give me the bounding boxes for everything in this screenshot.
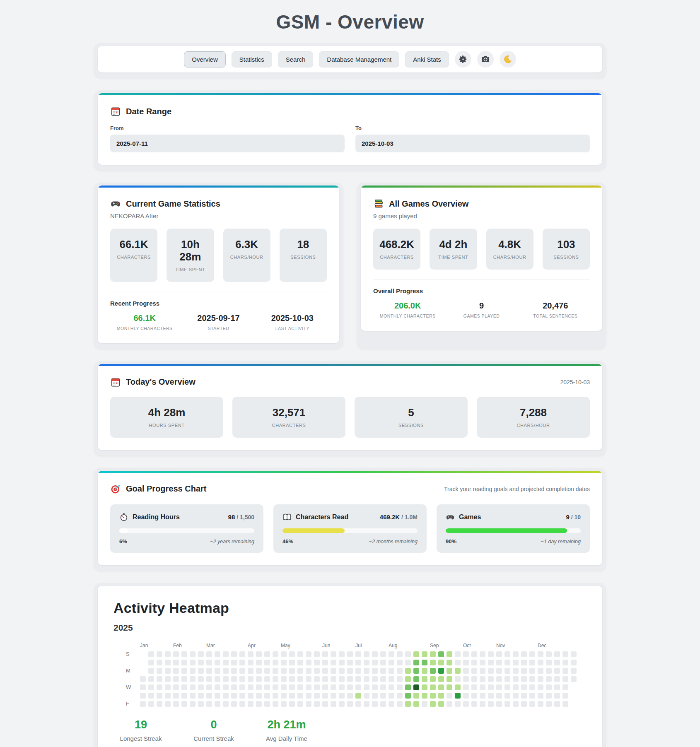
heatmap-cell bbox=[231, 676, 237, 682]
to-label: To bbox=[355, 125, 590, 131]
heatmap-cell bbox=[181, 651, 187, 657]
heatmap-cell bbox=[496, 668, 502, 674]
heatmap-cell bbox=[430, 651, 436, 657]
day-label: M bbox=[126, 668, 130, 674]
heatmap-cell bbox=[488, 701, 494, 707]
goals-subtitle: Track your reading goals and projected c… bbox=[444, 486, 590, 492]
settings-button[interactable] bbox=[455, 51, 471, 67]
heatmap-stat-label: Avg Daily Time bbox=[259, 735, 314, 742]
heatmap-cell bbox=[181, 660, 187, 665]
goal-name: Games bbox=[459, 513, 481, 521]
heatmap-cell bbox=[165, 701, 171, 707]
heatmap-cell bbox=[140, 693, 146, 699]
heatmap-cell bbox=[148, 676, 154, 682]
goal-remaining: ~2 years remaining bbox=[210, 539, 254, 545]
today-card: Today's Overview 2025-10-03 4h 28mHOURS … bbox=[98, 364, 602, 450]
heatmap-cell bbox=[248, 684, 253, 690]
heatmap-cell bbox=[571, 676, 577, 682]
stat-tile: 7,288CHARS/HOUR bbox=[477, 397, 590, 438]
heatmap-stats: 19Longest Streak0Current Streak2h 21mAvg… bbox=[113, 718, 587, 742]
heatmap-cell bbox=[488, 684, 494, 690]
heatmap-cell bbox=[339, 660, 345, 665]
heatmap-cell bbox=[521, 651, 527, 657]
from-date-input[interactable] bbox=[110, 135, 345, 152]
heatmap-cell bbox=[496, 676, 502, 682]
month-label: Jul bbox=[355, 643, 362, 648]
heatmap-cell bbox=[455, 684, 461, 690]
heatmap-cell bbox=[223, 651, 229, 657]
heatmap-cell bbox=[181, 668, 187, 674]
heatmap-cell bbox=[463, 701, 469, 707]
heatmap-cell bbox=[447, 668, 452, 674]
heatmap-cell bbox=[347, 668, 353, 674]
heatmap-cell bbox=[215, 701, 220, 707]
heatmap-cell bbox=[165, 651, 171, 657]
heatmap-cell bbox=[314, 676, 320, 682]
progress-label: MONTHLY CHARACTERS bbox=[373, 313, 442, 318]
heatmap-cell bbox=[306, 668, 311, 674]
heatmap-cell bbox=[422, 660, 427, 665]
heatmap-cell bbox=[389, 701, 394, 707]
progress-item: 9GAMES PLAYED bbox=[447, 301, 516, 318]
goal-values: 469.2K / 1.0M bbox=[380, 513, 418, 520]
heatmap-cell bbox=[289, 668, 295, 674]
nav-bar: OverviewStatisticsSearchDatabase Managem… bbox=[98, 46, 602, 72]
today-title: Today's Overview bbox=[126, 377, 196, 387]
heatmap-cell bbox=[422, 676, 427, 682]
goal-cards: Reading Hours98 / 1,5006%~2 years remain… bbox=[110, 504, 590, 553]
heatmap-cell bbox=[397, 651, 403, 657]
stat-label: SESSIONS bbox=[358, 423, 464, 428]
stat-tile: 18SESSIONS bbox=[280, 229, 327, 282]
heatmap-cell bbox=[463, 651, 469, 657]
heatmap-cell bbox=[546, 684, 552, 690]
nav-tab-overview[interactable]: Overview bbox=[184, 51, 226, 67]
current-game-card: Current Game Statistics NEKOPARA After 6… bbox=[98, 186, 339, 343]
screenshot-button[interactable] bbox=[477, 51, 494, 67]
heatmap-cell bbox=[231, 668, 237, 674]
heatmap-cell bbox=[157, 693, 162, 699]
heatmap-cell bbox=[181, 684, 187, 690]
heatmap-cell bbox=[322, 668, 328, 674]
nav-shell: OverviewStatisticsSearchDatabase Managem… bbox=[94, 43, 606, 78]
stat-tile: 32,571CHARACTERS bbox=[232, 397, 345, 438]
nav-tab-search[interactable]: Search bbox=[278, 51, 314, 67]
month-label: Jan bbox=[140, 643, 148, 648]
heatmap-cell bbox=[455, 651, 461, 657]
heatmap-cell bbox=[148, 651, 154, 657]
heatmap-cell bbox=[347, 701, 353, 707]
heatmap-cell bbox=[480, 701, 485, 707]
heatmap-cell bbox=[496, 660, 502, 665]
heatmap-cell bbox=[430, 676, 436, 682]
heatmap-cell bbox=[405, 693, 411, 699]
heatmap-cell bbox=[173, 684, 179, 690]
heatmap-stat: 19Longest Streak bbox=[113, 718, 168, 742]
heatmap-stat-value: 0 bbox=[186, 718, 241, 731]
heatmap-cell bbox=[480, 693, 485, 699]
goal-name: Characters Read bbox=[296, 513, 348, 521]
theme-toggle-button[interactable] bbox=[500, 51, 516, 67]
nav-tab-database-management[interactable]: Database Management bbox=[319, 51, 399, 67]
heatmap-cell bbox=[438, 668, 444, 674]
progress-item: 20,476TOTAL SENTENCES bbox=[521, 301, 590, 318]
goal-progress-track bbox=[119, 528, 254, 533]
heatmap-cell bbox=[554, 701, 560, 707]
heatmap-cell bbox=[397, 701, 403, 707]
to-date-input[interactable] bbox=[355, 135, 590, 152]
goal-values: 9 / 10 bbox=[566, 513, 581, 520]
heatmap-cell bbox=[513, 701, 519, 707]
heatmap-month-labels: JanFebMarAprMayJunJulAugSepOctNovDec bbox=[140, 643, 587, 650]
heatmap-cell bbox=[504, 660, 510, 665]
goal-progress-fill bbox=[446, 528, 567, 533]
heatmap-cell bbox=[471, 684, 477, 690]
nav-tab-anki-stats[interactable]: Anki Stats bbox=[405, 51, 449, 67]
heatmap-cell bbox=[314, 660, 320, 665]
theme-toggle-icon bbox=[503, 55, 512, 64]
heatmap-cell bbox=[364, 676, 369, 682]
heatmap-cell bbox=[389, 651, 394, 657]
nav-tab-statistics[interactable]: Statistics bbox=[232, 51, 272, 67]
heatmap-cell bbox=[554, 676, 560, 682]
heatmap-cell bbox=[157, 651, 162, 657]
heatmap-cell bbox=[364, 668, 369, 674]
heatmap-cell bbox=[190, 701, 196, 707]
heatmap-cell bbox=[264, 668, 270, 674]
